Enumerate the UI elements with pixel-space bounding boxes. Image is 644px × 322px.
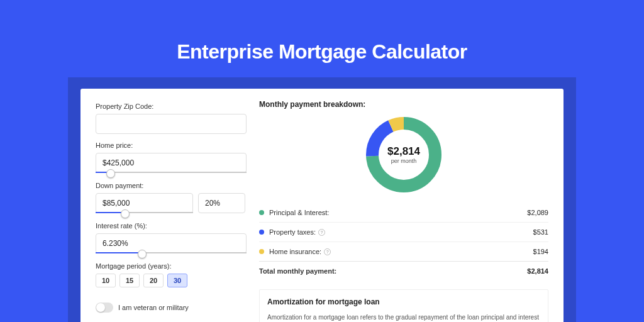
price-field-group: Home price: <box>96 142 244 174</box>
legend-value: $531 <box>533 228 548 236</box>
legend: Principal & Interest: $2,089 Property ta… <box>259 203 548 280</box>
legend-row-principal: Principal & Interest: $2,089 <box>259 203 548 222</box>
legend-label: Principal & Interest: <box>269 209 527 216</box>
breakdown-title: Monthly payment breakdown: <box>259 100 548 109</box>
legend-total-label: Total monthly payment: <box>259 267 527 275</box>
amortization-box: Amortization for mortgage loan Amortizat… <box>259 289 548 322</box>
veteran-toggle-row: I am veteran or military <box>96 303 244 313</box>
zip-input[interactable] <box>96 114 247 134</box>
legend-label: Home insurance: ? <box>269 248 533 255</box>
legend-row-taxes: Property taxes: ? $531 <box>259 222 548 242</box>
inputs-column: Property Zip Code: Home price: Down paym… <box>80 89 244 322</box>
amortization-title: Amortization for mortgage loan <box>267 297 540 306</box>
legend-value: $2,089 <box>527 209 548 216</box>
period-button-group: 10 15 20 30 <box>96 274 244 287</box>
down-pct-input[interactable] <box>198 193 245 213</box>
rate-slider-thumb[interactable] <box>138 250 147 258</box>
breakdown-column: Monthly payment breakdown: $2,814 per mo… <box>244 89 564 322</box>
amortization-text: Amortization for a mortgage loan refers … <box>267 313 540 322</box>
dot-icon <box>259 249 264 254</box>
calculator-card: Property Zip Code: Home price: Down paym… <box>80 89 564 322</box>
legend-text: Home insurance: <box>269 248 321 255</box>
period-btn-20[interactable]: 20 <box>143 274 164 287</box>
price-slider[interactable] <box>96 173 247 174</box>
legend-row-total: Total monthly payment: $2,814 <box>259 261 548 280</box>
down-field-group: Down payment: <box>96 182 244 214</box>
legend-row-insurance: Home insurance: ? $194 <box>259 242 548 261</box>
period-btn-10[interactable]: 10 <box>96 274 116 287</box>
rate-slider[interactable] <box>96 253 247 255</box>
rate-input[interactable] <box>96 233 247 253</box>
legend-label: Property taxes: ? <box>269 228 533 236</box>
price-slider-thumb[interactable] <box>106 169 115 178</box>
info-icon[interactable]: ? <box>324 248 331 255</box>
rate-label: Interest rate (%): <box>96 222 244 230</box>
dot-icon <box>259 230 264 235</box>
price-label: Home price: <box>96 142 244 149</box>
period-btn-30[interactable]: 30 <box>167 274 187 287</box>
donut-chart: $2,814 per month <box>365 116 442 193</box>
period-btn-15[interactable]: 15 <box>119 274 140 287</box>
donut-center-sub: per month <box>391 158 417 164</box>
down-slider[interactable] <box>96 213 193 214</box>
donut-chart-wrap: $2,814 per month <box>259 116 548 193</box>
down-amount-input[interactable] <box>96 193 193 213</box>
info-icon[interactable]: ? <box>318 229 325 236</box>
donut-center-amount: $2,814 <box>387 145 420 158</box>
price-input[interactable] <box>96 153 247 173</box>
rate-field-group: Interest rate (%): <box>96 222 244 255</box>
period-field-group: Mortgage period (years): 10 15 20 30 <box>96 262 244 287</box>
zip-field-group: Property Zip Code: <box>96 103 244 134</box>
donut-center: $2,814 per month <box>365 116 442 193</box>
legend-value: $194 <box>533 248 548 255</box>
zip-label: Property Zip Code: <box>96 103 244 110</box>
toggle-knob-icon <box>96 303 105 312</box>
down-label: Down payment: <box>96 182 244 189</box>
veteran-toggle[interactable] <box>96 303 113 313</box>
page-title: Enterprise Mortgage Calculator <box>0 0 644 77</box>
legend-text: Property taxes: <box>269 228 316 236</box>
down-slider-thumb[interactable] <box>121 209 130 218</box>
legend-total-value: $2,814 <box>527 267 548 275</box>
dot-icon <box>259 210 264 215</box>
hero-band: Property Zip Code: Home price: Down paym… <box>68 77 576 322</box>
period-label: Mortgage period (years): <box>96 262 244 270</box>
veteran-toggle-label: I am veteran or military <box>118 304 189 311</box>
